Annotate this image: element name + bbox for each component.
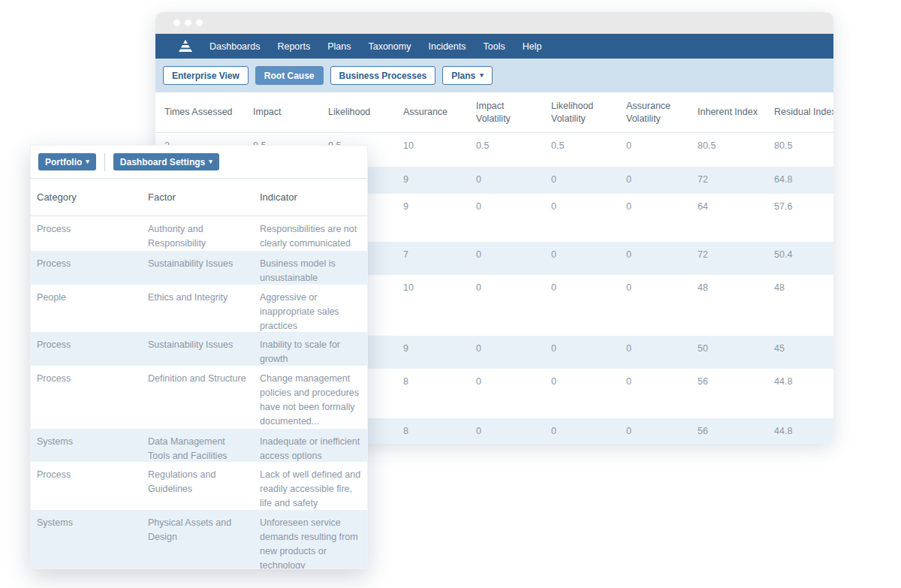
table-cell: 0 bbox=[542, 418, 617, 444]
column-header-factor: Factor bbox=[142, 191, 254, 203]
table-cell: 10 bbox=[394, 133, 467, 167]
table-cell: 57.6 bbox=[765, 194, 833, 242]
cell-factor: Regulations and Guidelines bbox=[142, 462, 254, 510]
portfolio-dropdown-label: Portfolio bbox=[45, 157, 82, 167]
nav-item-plans[interactable]: Plans bbox=[327, 41, 351, 52]
column-header-indicator: Indicator bbox=[254, 191, 367, 203]
table-cell: 8 bbox=[394, 369, 467, 418]
table-cell: 48 bbox=[765, 275, 833, 336]
cell-indicator: Business model is unsustainable bbox=[254, 251, 367, 285]
table-row[interactable]: Process Regulations and Guidelines Lack … bbox=[31, 462, 367, 510]
business-processes-button[interactable]: Business Processes bbox=[330, 66, 436, 85]
table-row[interactable]: Systems Physical Assets and Design Unfor… bbox=[31, 510, 367, 569]
cell-indicator: Inability to scale for growth bbox=[254, 332, 367, 366]
table-cell: 64 bbox=[689, 194, 765, 242]
column-header-assurance-volatility: Assurance Volatility bbox=[617, 100, 689, 125]
table-cell: 0 bbox=[617, 418, 689, 444]
view-toolbar: Enterprise View Root Cause Business Proc… bbox=[155, 59, 833, 92]
table-cell: 9 bbox=[394, 336, 467, 369]
cell-category: Process bbox=[31, 462, 142, 510]
nav-item-incidents[interactable]: Incidents bbox=[428, 41, 466, 52]
table-cell: 7 bbox=[394, 242, 467, 275]
cell-factor: Sustainability Issues bbox=[142, 251, 254, 285]
table-cell: 9 bbox=[394, 167, 467, 194]
cell-factor: Authority and Responsibility bbox=[142, 216, 254, 251]
main-navbar: Dashboards Reports Plans Taxonomy Incide… bbox=[155, 34, 833, 59]
table-cell: 56 bbox=[689, 369, 765, 418]
portfolio-dropdown-button[interactable]: Portfolio ▾ bbox=[38, 153, 96, 170]
cell-category: Process bbox=[31, 216, 142, 251]
nav-item-taxonomy[interactable]: Taxonomy bbox=[368, 41, 411, 52]
column-header-assurance: Assurance bbox=[394, 106, 467, 119]
toolbar-divider bbox=[104, 153, 105, 171]
dashboard-settings-dropdown-button[interactable]: Dashboard Settings ▾ bbox=[113, 153, 219, 170]
table-cell: 0 bbox=[467, 167, 542, 194]
column-header-inherent-index: Inherent Index bbox=[689, 106, 765, 119]
caret-down-icon: ▾ bbox=[480, 72, 484, 79]
table-cell: 50 bbox=[689, 336, 765, 369]
table-row[interactable]: Process Definition and Structure Change … bbox=[31, 366, 367, 429]
cell-category: Process bbox=[31, 332, 142, 366]
table-cell: 0 bbox=[467, 275, 542, 336]
table-row[interactable]: People Ethics and Integrity Aggressive o… bbox=[31, 285, 367, 332]
table-row[interactable]: Process Authority and Responsibility Res… bbox=[31, 216, 367, 251]
table-row[interactable]: Process Sustainability Issues Inability … bbox=[31, 332, 367, 366]
table-cell: 0 bbox=[617, 194, 689, 242]
nav-item-tools[interactable]: Tools bbox=[483, 41, 505, 52]
table-cell: 80.5 bbox=[689, 133, 765, 167]
enterprise-view-button[interactable]: Enterprise View bbox=[163, 66, 249, 85]
table-cell: 0 bbox=[467, 336, 542, 369]
table-cell: 0 bbox=[542, 167, 617, 194]
plans-dropdown-label: Plans bbox=[451, 71, 475, 81]
cell-indicator: Change management policies and procedure… bbox=[254, 366, 367, 429]
cell-factor: Definition and Structure bbox=[142, 366, 254, 429]
table-cell: 0 bbox=[542, 336, 617, 369]
cell-category: Systems bbox=[31, 429, 142, 462]
table-cell: 44.8 bbox=[765, 369, 833, 418]
root-cause-button[interactable]: Root Cause bbox=[255, 66, 324, 85]
cell-indicator: Lack of well defined and readily accessi… bbox=[254, 462, 367, 510]
table-cell: 0 bbox=[617, 336, 689, 369]
table-cell: 45 bbox=[765, 336, 833, 369]
table-cell: 0 bbox=[542, 242, 617, 275]
table-cell: 72 bbox=[689, 167, 765, 194]
table-cell: 56 bbox=[689, 418, 765, 444]
table-cell: 0 bbox=[467, 194, 542, 242]
root-cause-detail-panel: Portfolio ▾ Dashboard Settings ▾ Categor… bbox=[30, 145, 368, 569]
table-cell: 50.4 bbox=[765, 242, 833, 275]
table-cell: 0 bbox=[467, 369, 542, 418]
column-header-impact-volatility: Impact Volatility bbox=[467, 100, 542, 125]
table-header-row: Category Factor Indicator bbox=[31, 179, 367, 216]
dashboard-settings-label: Dashboard Settings bbox=[120, 157, 205, 167]
window-control-dot bbox=[173, 20, 180, 26]
column-header-likelihood: Likelihood bbox=[319, 106, 394, 119]
caret-down-icon: ▾ bbox=[86, 158, 89, 165]
table-cell: 0 bbox=[617, 275, 689, 336]
table-cell: 0 bbox=[542, 369, 617, 418]
table-cell: 72 bbox=[689, 242, 765, 275]
table-cell: 0 bbox=[617, 133, 689, 167]
cell-indicator: Inadequate or inefficient access options bbox=[254, 429, 367, 462]
column-header-times-assessed: Times Assessed bbox=[155, 106, 244, 119]
cell-indicator: Aggressive or inappropriate sales practi… bbox=[254, 285, 367, 332]
table-row[interactable]: Systems Data Management Tools and Facili… bbox=[31, 429, 367, 462]
table-cell: 0 bbox=[467, 242, 542, 275]
nav-item-reports[interactable]: Reports bbox=[277, 41, 310, 52]
window-control-dot bbox=[196, 20, 203, 26]
nav-item-help[interactable]: Help bbox=[523, 41, 542, 52]
table-cell: 0 bbox=[617, 369, 689, 418]
plans-dropdown-button[interactable]: Plans ▾ bbox=[442, 66, 493, 85]
table-cell: 0 bbox=[542, 194, 617, 242]
nav-item-dashboards[interactable]: Dashboards bbox=[209, 41, 260, 52]
table-cell: 44.8 bbox=[765, 418, 833, 444]
window-control-dot bbox=[185, 20, 191, 26]
table-cell: 0 bbox=[617, 242, 689, 275]
caret-down-icon: ▾ bbox=[209, 158, 212, 165]
cell-factor: Ethics and Integrity bbox=[142, 285, 254, 332]
cell-indicator: Responsibilities are not clearly communi… bbox=[254, 216, 367, 251]
table-cell: 0 bbox=[467, 418, 542, 444]
table-row[interactable]: Process Sustainability Issues Business m… bbox=[31, 251, 367, 285]
column-header-impact: Impact bbox=[244, 106, 319, 119]
cell-factor: Data Management Tools and Facilities bbox=[142, 429, 254, 462]
table-header-row: Times Assessed Impact Likelihood Assuran… bbox=[155, 92, 833, 133]
